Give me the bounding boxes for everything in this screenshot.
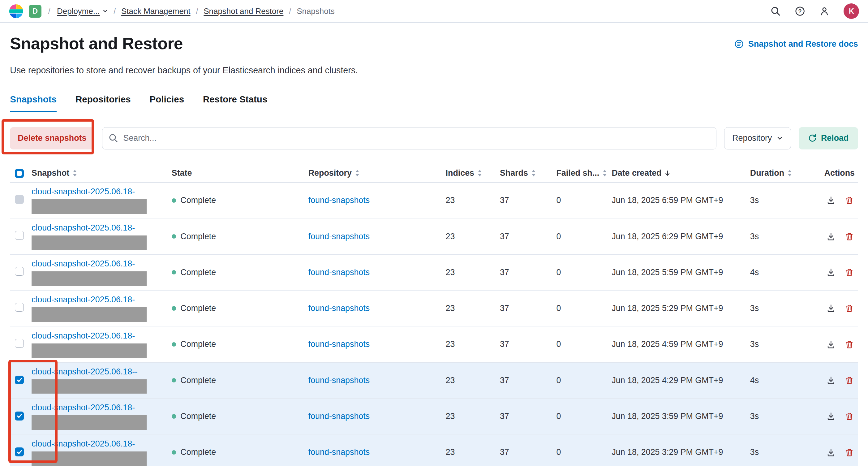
row-checkbox[interactable] [15,195,24,204]
tabs: Snapshots Repositories Policies Restore … [10,94,858,112]
column-header-snapshot[interactable]: Snapshot [32,168,172,178]
indices-value: 23 [446,232,455,241]
snapshot-link[interactable]: cloud-snapshot-2025.06.18- [32,331,135,341]
breadcrumb-stack-management[interactable]: Stack Management [121,7,190,16]
snapshot-link[interactable]: cloud-snapshot-2025.06.18- [32,187,135,196]
repository-link[interactable]: found-snapshots [308,304,370,313]
select-all-checkbox[interactable] [15,169,24,178]
download-icon[interactable] [827,232,836,241]
help-icon[interactable]: ? [795,6,805,16]
column-header-indices[interactable]: Indices [446,168,500,178]
sort-icon [787,169,793,177]
toolbar: Delete snapshots Repository Reload [10,127,858,150]
tab-repositories[interactable]: Repositories [75,94,131,112]
row-checkbox[interactable] [15,339,24,348]
deployment-badge[interactable]: D [29,5,41,18]
redacted-snapshot-suffix [32,236,147,250]
snapshots-table: Snapshot State Repository Indices Shards [10,164,858,466]
redacted-snapshot-suffix [32,415,147,430]
row-checkbox[interactable] [15,231,24,240]
failed-shards-value: 0 [556,411,561,421]
row-checkbox[interactable] [15,303,24,312]
snapshot-link[interactable]: cloud-snapshot-2025.06.18- [32,403,135,412]
repository-link[interactable]: found-snapshots [308,376,370,385]
docs-icon [734,39,744,49]
repository-link[interactable]: found-snapshots [308,268,370,277]
indices-value: 23 [446,195,455,205]
user-menu-icon[interactable] [819,6,829,16]
delete-icon[interactable] [845,232,854,241]
row-checkbox[interactable] [15,376,24,384]
tab-snapshots[interactable]: Snapshots [10,94,57,112]
delete-icon[interactable] [845,196,854,205]
snapshot-link[interactable]: cloud-snapshot-2025.06.18- [32,223,135,233]
status-dot [172,378,176,382]
redacted-snapshot-suffix [32,343,147,358]
status-dot [172,306,176,310]
delete-icon[interactable] [845,376,854,385]
column-header-shards[interactable]: Shards [500,168,557,178]
snapshot-link[interactable]: cloud-snapshot-2025.06.18- [32,439,135,449]
delete-icon[interactable] [845,304,854,313]
table-row: cloud-snapshot-2025.06.18- Complete foun… [10,255,858,290]
shards-value: 37 [500,304,509,313]
sort-icon [354,169,360,177]
table-row: cloud-snapshot-2025.06.18- Complete foun… [10,290,858,327]
table-row: cloud-snapshot-2025.06.18- Complete foun… [10,183,858,218]
delete-snapshots-button[interactable]: Delete snapshots [10,127,94,150]
state-label: Complete [180,411,216,421]
download-icon[interactable] [827,268,836,277]
tab-restore-status[interactable]: Restore Status [203,94,267,112]
repository-link[interactable]: found-snapshots [308,411,370,421]
search-input[interactable] [102,127,717,150]
download-icon[interactable] [827,412,836,421]
repository-link[interactable]: found-snapshots [308,447,370,457]
date-created-value: Jun 18, 2025 3:29 PM GMT+9 [612,447,723,457]
delete-icon[interactable] [845,340,854,349]
download-icon[interactable] [827,340,836,349]
user-avatar[interactable]: K [843,3,859,19]
delete-icon[interactable] [845,412,854,421]
delete-icon[interactable] [845,448,854,457]
repository-link[interactable]: found-snapshots [308,232,370,241]
reload-button[interactable]: Reload [799,127,858,150]
download-icon[interactable] [827,448,836,457]
column-header-date-created[interactable]: Date created [612,168,750,178]
repository-link[interactable]: found-snapshots [308,339,370,349]
snapshot-link[interactable]: cloud-snapshot-2025.06.18-- [32,367,138,377]
search-box [102,127,717,150]
row-checkbox[interactable] [15,447,24,457]
table-row: cloud-snapshot-2025.06.18- Complete foun… [10,218,858,254]
state-label: Complete [180,376,216,385]
tab-policies[interactable]: Policies [150,94,184,112]
repository-link[interactable]: found-snapshots [308,195,370,205]
top-navigation-bar: D / Deployme... / Stack Management / Sna… [0,0,868,23]
delete-icon[interactable] [845,268,854,277]
download-icon[interactable] [827,304,836,313]
breadcrumb-snapshot-and-restore[interactable]: Snapshot and Restore [204,7,283,16]
row-checkbox[interactable] [15,267,24,276]
column-header-repository[interactable]: Repository [308,168,446,178]
date-created-value: Jun 18, 2025 4:29 PM GMT+9 [612,376,723,385]
state-label: Complete [180,195,216,205]
failed-shards-value: 0 [556,376,561,385]
snapshot-link[interactable]: cloud-snapshot-2025.06.18- [32,295,135,305]
row-checkbox[interactable] [15,411,24,421]
snapshot-link[interactable]: cloud-snapshot-2025.06.18- [32,259,135,269]
download-icon[interactable] [827,376,836,385]
redacted-snapshot-suffix [32,199,147,214]
date-created-value: Jun 18, 2025 3:59 PM GMT+9 [612,411,723,421]
elastic-logo[interactable] [9,4,24,19]
repository-filter-button[interactable]: Repository [724,127,791,150]
breadcrumb: Deployme... / Stack Management / Snapsho… [57,7,335,16]
table-row: cloud-snapshot-2025.06.18-- Complete fou… [10,363,858,399]
download-icon[interactable] [827,196,836,205]
redacted-snapshot-suffix [32,379,147,394]
column-header-duration[interactable]: Duration [750,168,818,178]
search-icon[interactable] [771,6,780,16]
shards-value: 37 [500,339,509,349]
redacted-snapshot-suffix [32,452,147,466]
docs-link[interactable]: Snapshot and Restore docs [734,39,858,49]
column-header-failed-shards[interactable]: Failed sh... [556,168,612,178]
breadcrumb-deployment[interactable]: Deployme... [57,7,108,16]
